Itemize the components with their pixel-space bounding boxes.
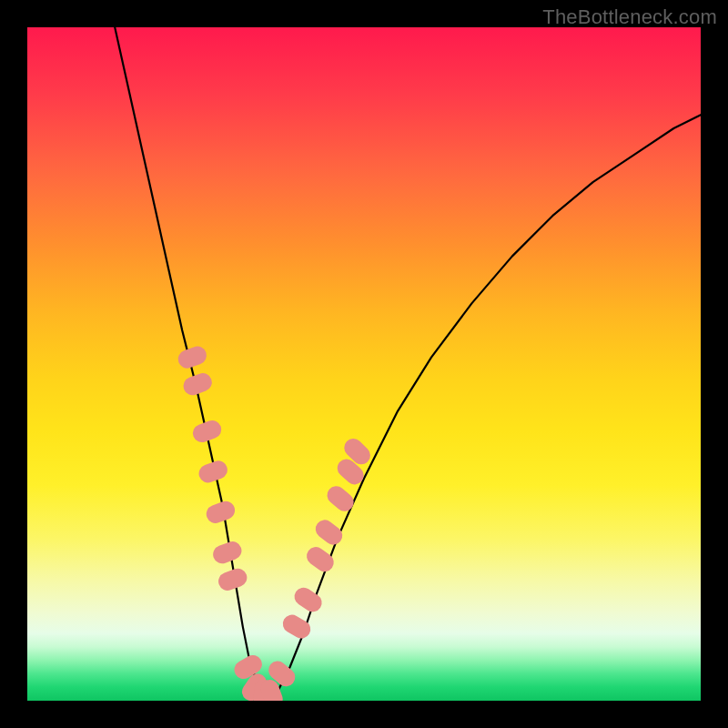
marker-pill <box>190 418 224 445</box>
marker-pill <box>204 499 238 526</box>
marker-pill <box>210 539 244 566</box>
marker-pill <box>181 370 215 398</box>
marker-pill <box>176 344 209 371</box>
marker-pill <box>216 566 249 593</box>
marker-pill <box>312 516 347 548</box>
marker-pill <box>197 459 230 486</box>
plot-area <box>27 27 701 701</box>
marker-pill <box>291 584 326 615</box>
marker-pill <box>303 543 338 575</box>
watermark-text: TheBottleneck.com <box>542 5 717 29</box>
marker-pill <box>323 482 357 515</box>
chart <box>27 27 701 701</box>
